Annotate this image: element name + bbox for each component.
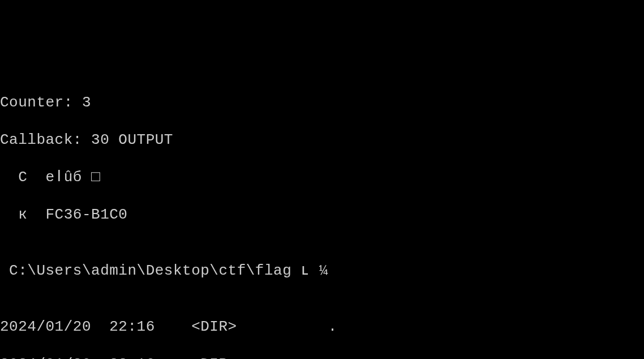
garbled-line-1: C eǀûб □ (0, 168, 644, 187)
callback-line: Callback: 30 OUTPUT (0, 131, 644, 149)
dir-entry-current: 2024/01/20 22:16 <DIR> . (0, 318, 644, 336)
volume-serial-line: к FC36-B1C0 (0, 206, 644, 224)
counter-line: Counter: 3 (0, 93, 644, 112)
dir-entry-parent: 2024/01/20 22:16 <DIR> .. (0, 355, 644, 359)
directory-path-line: C:\Users\admin\Desktop\ctf\flag ʟ ¼ (0, 262, 644, 280)
terminal-output: Counter: 3 Callback: 30 OUTPUT C eǀûб □ … (0, 75, 644, 359)
